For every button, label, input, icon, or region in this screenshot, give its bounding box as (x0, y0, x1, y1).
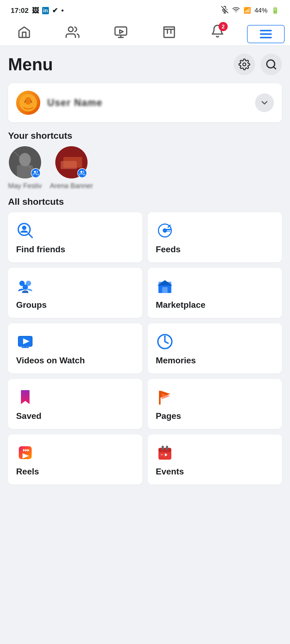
find-friends-icon (16, 221, 34, 240)
shortcut-name-2: Arena Banner (50, 182, 93, 190)
svg-line-13 (274, 67, 276, 69)
all-shortcuts-label: All shortcuts (8, 196, 282, 207)
groups-label: Groups (16, 300, 47, 310)
saved-icon (16, 388, 34, 406)
status-photo-icon: 🖼 (32, 6, 39, 15)
svg-rect-23 (61, 161, 77, 169)
svg-rect-55 (158, 448, 171, 452)
nav-watch[interactable] (102, 25, 140, 43)
battery-text: 44% (255, 7, 267, 14)
profile-card[interactable]: User Name (8, 83, 282, 122)
nav-bar: 2 (0, 19, 290, 46)
watch-label: Videos on Watch (16, 356, 85, 365)
svg-rect-56 (162, 446, 164, 450)
settings-button[interactable] (234, 54, 255, 75)
shortcut-card-watch[interactable]: Videos on Watch (8, 323, 142, 374)
main-content: Menu (0, 46, 290, 493)
shortcut-card-reels[interactable]: Reels (8, 434, 142, 485)
svg-point-27 (22, 226, 26, 230)
shortcut-card-pages[interactable]: Pages (148, 379, 282, 429)
find-friends-label: Find friends (16, 244, 65, 254)
svg-point-3 (68, 27, 73, 31)
svg-marker-7 (120, 30, 123, 33)
pages-label: Pages (156, 411, 181, 421)
watch-card-icon (16, 332, 34, 351)
svg-rect-38 (162, 287, 168, 293)
svg-point-24 (80, 171, 82, 173)
svg-point-15 (25, 97, 31, 105)
page-title: Menu (8, 54, 53, 74)
svg-rect-59 (161, 454, 163, 455)
signal-icon: 📶 (244, 7, 251, 14)
shortcut-name-1: May Festiv (8, 182, 42, 190)
status-time: 17:02 (11, 6, 29, 15)
battery-icon: 🔋 (271, 7, 279, 14)
marketplace-card-icon (156, 277, 174, 295)
profile-name: User Name (47, 97, 103, 108)
shortcuts-row: May Festiv (8, 146, 282, 190)
groups-icon (16, 277, 34, 295)
your-shortcuts-label: Your shortcuts (8, 130, 282, 141)
shortcut-card-saved[interactable]: Saved (8, 379, 142, 429)
mute-icon (221, 6, 229, 15)
reels-label: Reels (16, 467, 39, 477)
svg-rect-31 (166, 229, 171, 230)
svg-rect-18 (17, 165, 33, 178)
svg-point-29 (163, 228, 167, 233)
svg-point-11 (243, 63, 246, 66)
pages-icon (156, 388, 174, 406)
shortcut-item-1[interactable]: May Festiv (8, 146, 42, 190)
shortcut-card-events[interactable]: Events (148, 434, 282, 485)
svg-rect-32 (166, 231, 170, 232)
feeds-label: Feeds (156, 244, 180, 254)
wifi-icon (232, 6, 240, 15)
avatar (16, 91, 40, 115)
status-dot: • (61, 6, 64, 15)
status-linkedin-icon: in (42, 7, 49, 14)
notification-badge: 2 (219, 22, 228, 31)
profile-left: User Name (16, 91, 103, 115)
profile-chevron[interactable] (255, 93, 274, 112)
header-actions (234, 54, 282, 75)
svg-point-17 (19, 153, 31, 166)
shortcut-card-groups[interactable]: Groups (8, 268, 142, 318)
memories-icon (156, 332, 174, 351)
shortcut-card-feeds[interactable]: Feeds (148, 212, 282, 262)
nav-menu[interactable] (247, 25, 285, 43)
events-label: Events (156, 467, 184, 477)
svg-point-20 (34, 171, 36, 173)
shortcut-card-memories[interactable]: Memories (148, 323, 282, 374)
shortcut-item-2[interactable]: Arena Banner (50, 146, 93, 190)
group-badge-2 (77, 168, 87, 178)
status-right: 📶 44% 🔋 (221, 6, 279, 15)
nav-home[interactable] (5, 25, 43, 43)
reels-icon (16, 444, 34, 462)
saved-label: Saved (16, 411, 41, 421)
svg-rect-46 (159, 391, 161, 405)
status-check-icon: ✔ (52, 6, 58, 15)
feeds-icon (156, 221, 174, 240)
group-badge-1 (31, 168, 41, 178)
shortcut-card-find-friends[interactable]: Find friends (8, 212, 142, 262)
events-icon (156, 444, 174, 462)
memories-label: Memories (156, 356, 196, 365)
svg-rect-57 (166, 446, 168, 450)
shortcuts-grid: Find friends Feeds (8, 212, 282, 485)
search-button[interactable] (260, 54, 282, 75)
menu-header: Menu (8, 54, 282, 75)
nav-marketplace[interactable] (150, 25, 188, 43)
marketplace-label: Marketplace (156, 300, 205, 310)
nav-friends[interactable] (54, 25, 91, 43)
shortcut-card-marketplace[interactable]: Marketplace (148, 268, 282, 318)
svg-line-26 (28, 234, 32, 237)
status-bar: 17:02 🖼 in ✔ • 📶 44% 🔋 (0, 0, 290, 19)
nav-notifications[interactable]: 2 (199, 24, 236, 44)
status-left: 17:02 🖼 in ✔ • (11, 6, 64, 15)
